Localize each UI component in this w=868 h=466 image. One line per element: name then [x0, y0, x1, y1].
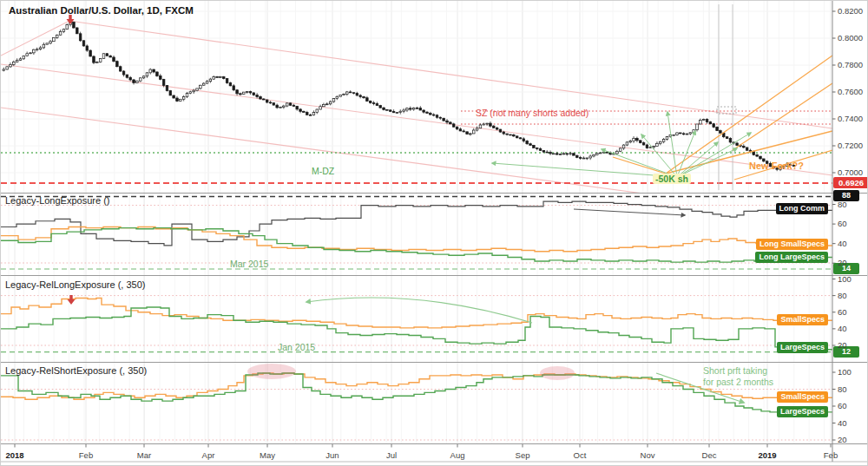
- price-tick-label: 0.7400: [838, 114, 863, 123]
- price-tick-label: 0.7200: [838, 141, 863, 150]
- indicator-tick-label: 100: [838, 367, 852, 377]
- time-axis-label: May: [260, 450, 275, 460]
- annotation-new-fork: New Fork??: [749, 161, 804, 171]
- time-axis-label: Apr: [202, 450, 215, 460]
- annotation-short-profit: Short prft taking for past 2 months: [703, 365, 773, 387]
- series-badge-rel-short-largespecs: LargeSpecs: [777, 406, 828, 417]
- time-axis-label: 2018: [5, 450, 23, 460]
- time-axis-label: Nov: [641, 450, 655, 460]
- indicator-title-long-exposure: Legacy-LongExposure (): [5, 195, 109, 206]
- indicator-tick-label: 80: [838, 200, 847, 209]
- time-axis-label: Mar: [137, 450, 151, 460]
- indicator-tick-label: 100: [838, 274, 852, 284]
- series-badge-rel-short-smallspecs: SmallSpecs: [777, 391, 828, 403]
- indicator-title-rel-short-exposure: Legacy-RelShortExposure (, 350): [5, 365, 147, 376]
- indicator-tick-label: 20: [838, 435, 847, 444]
- annotation-jan-2015: Jan 2015: [278, 342, 315, 352]
- series-badge-long-smallspecs: Long SmallSpecs: [756, 239, 828, 250]
- annotation-minus-50k: -50K sh: [653, 174, 691, 184]
- annotation-short-profit-line2: for past 2 months: [703, 377, 773, 388]
- price-tick-label: 0.7600: [838, 87, 863, 96]
- time-axis-label: Jun: [326, 450, 339, 460]
- series-badge-rel-long-largespecs: LargeSpecs: [777, 342, 828, 353]
- time-axis-label: Oct: [574, 450, 587, 460]
- time-axis-label: Feb: [79, 450, 93, 460]
- time-axis-label: Sep: [516, 450, 530, 460]
- series-badge-rel-long-smallspecs: SmallSpecs: [777, 314, 828, 325]
- time-axis-label: Feb: [824, 450, 838, 460]
- price-tick-label: 0.8000: [838, 33, 863, 43]
- indicator-tick-label: 40: [838, 239, 847, 248]
- price-tick-label: 0.7800: [838, 60, 863, 69]
- price-label-badge: 0.6926: [833, 177, 868, 188]
- chart-window: Australian Dollar/U.S. Dollar, 1D, FXCM …: [0, 0, 868, 466]
- indicator-tick-label: 40: [838, 324, 847, 333]
- chart-canvas[interactable]: [1, 1, 868, 466]
- annotation-supply-zone: SZ (not many shorts added): [476, 108, 589, 118]
- price-tick-label: 0.7000: [838, 167, 863, 177]
- indicator-tick-label: 60: [838, 219, 847, 228]
- annotation-short-profit-line1: Short prft taking: [703, 365, 773, 377]
- symbol-title: Australian Dollar/U.S. Dollar, 1D, FXCM: [9, 5, 194, 16]
- time-axis-label: Aug: [450, 450, 465, 460]
- time-axis-label: Dec: [702, 450, 717, 460]
- indicator-tick-label: 20: [838, 340, 847, 350]
- time-axis-label: 2019: [758, 450, 776, 460]
- indicator-tick-label: 80: [838, 291, 847, 300]
- series-badge-long-comm: Long Comm: [776, 203, 829, 214]
- annotation-mar-2015: Mar 2015: [230, 259, 268, 269]
- indicator-tick-label: 40: [838, 418, 847, 428]
- indicator-tick-label: 80: [838, 384, 847, 394]
- indicator-tick-label: 20: [838, 258, 847, 267]
- series-badge-long-largespecs: Long LargeSpecs: [755, 252, 828, 263]
- indicator-title-rel-long-exposure: Legacy-RelLongExposure (, 350): [5, 279, 145, 290]
- time-axis-label: Jul: [386, 450, 397, 460]
- indicator-tick-label: 60: [838, 307, 847, 317]
- price-tick-label: 0.8200: [838, 6, 863, 16]
- annotation-demand-zone: M-DZ: [312, 166, 334, 176]
- indicator-tick-label: 60: [838, 401, 847, 410]
